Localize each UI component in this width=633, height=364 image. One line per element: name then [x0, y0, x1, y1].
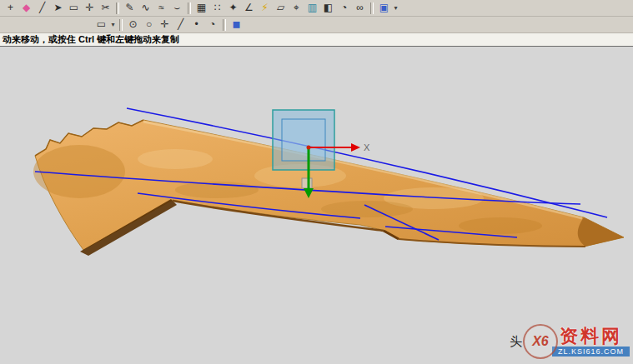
viewport-canvas[interactable]: X — [0, 47, 633, 364]
lightning-icon[interactable]: ⚡ — [257, 1, 273, 15]
snap-point-icon[interactable]: • — [188, 17, 204, 32]
dropdown-icon[interactable]: ▾ — [392, 4, 399, 12]
manipulator-inner-box[interactable] — [282, 119, 325, 161]
cad-app-window: + ◆ ╱ ➤ ▭ ✛ ✂ ✎ ∿ ≈ ⌣ ▦ ∷ ✦ ∠ ⚡ ▱ ⌖ ▥ ◧ … — [0, 0, 633, 364]
status-hint-text: 动来移动，或按住 Ctrl 键和左键拖动来复制 — [3, 33, 179, 46]
toolbar-separator — [188, 2, 191, 14]
binocular-icon[interactable]: ∞ — [352, 1, 368, 15]
marquee-icon[interactable]: ▭ — [66, 1, 82, 15]
trim-icon[interactable]: ✂ — [98, 1, 113, 15]
compare-icon[interactable]: ◧ — [320, 1, 336, 15]
pan-icon[interactable]: ✛ — [82, 1, 98, 15]
manipulator-origin[interactable] — [307, 146, 311, 150]
chart-icon[interactable]: ▥ — [304, 1, 320, 15]
toolbar-separator — [116, 2, 119, 14]
line-icon[interactable]: ╱ — [34, 1, 50, 15]
snap-cross-icon[interactable]: ✛ — [157, 17, 173, 32]
star-point-icon[interactable]: ✦ — [225, 1, 241, 15]
shaded-cube-icon[interactable]: ▣ — [376, 1, 392, 15]
status-bar: 动来移动，或按住 Ctrl 键和左键拖动来复制 — [0, 33, 633, 47]
watermark-logo: X6 — [523, 324, 558, 359]
watermark: 头 X6 资料网 ZL.KSI616.COM — [510, 324, 630, 359]
points-icon[interactable]: ∷ — [209, 1, 225, 15]
toolbar-main: + ◆ ╱ ➤ ▭ ✛ ✂ ✎ ∿ ≈ ⌣ ▦ ∷ ✦ ∠ ⚡ ▱ ⌖ ▥ ◧ … — [0, 0, 633, 17]
toolbar-separator — [370, 2, 374, 14]
target-icon[interactable]: ⌖ — [289, 1, 304, 15]
manipulator-handle[interactable] — [302, 178, 312, 188]
plane-icon[interactable]: ▱ — [273, 1, 289, 15]
snap-circle-icon[interactable]: ○ — [141, 17, 157, 32]
gauge-icon[interactable]: ◔ — [336, 1, 352, 15]
pointer-icon[interactable]: ➤ — [50, 1, 66, 15]
curve-icon[interactable]: ≈ — [153, 1, 169, 15]
watermark-text-block: 资料网 ZL.KSI616.COM — [552, 327, 630, 357]
select-box-dropdown-icon[interactable]: ▾ — [109, 21, 117, 28]
snap-line-icon[interactable]: ╱ — [173, 17, 188, 32]
watermark-prefix-text: 头 — [510, 334, 522, 350]
select-box-icon[interactable]: ▭ — [93, 17, 109, 32]
sketch-icon[interactable]: ◆ — [18, 1, 34, 15]
pen-icon[interactable]: ✎ — [122, 1, 138, 15]
spline-icon[interactable]: ∿ — [138, 1, 153, 15]
display-cube-icon[interactable]: ◼ — [229, 17, 244, 32]
viewport-3d[interactable]: X 头 X6 资料网 ZL.KSI616.COM — [0, 47, 633, 364]
toolbar-snap: ▭ ▾ ⊙ ○ ✛ ╱ • ◔ ◼ — [0, 17, 633, 33]
arc-icon[interactable]: ⌣ — [169, 1, 185, 15]
add-icon[interactable]: + — [3, 1, 18, 15]
x-axis-label: X — [364, 142, 370, 152]
x-axis-arrowhead[interactable] — [351, 143, 360, 152]
watermark-site-name: 资料网 — [560, 327, 622, 347]
grid-icon[interactable]: ▦ — [193, 1, 209, 15]
toolbar-separator — [119, 19, 123, 31]
snap-center-icon[interactable]: ⊙ — [125, 17, 141, 32]
toolbar-separator — [223, 19, 226, 31]
watermark-logo-text: X6 — [532, 334, 549, 349]
angle-icon[interactable]: ∠ — [241, 1, 257, 15]
watermark-site-url: ZL.KSI616.COM — [552, 347, 630, 357]
snap-quadrant-icon[interactable]: ◔ — [204, 17, 220, 32]
